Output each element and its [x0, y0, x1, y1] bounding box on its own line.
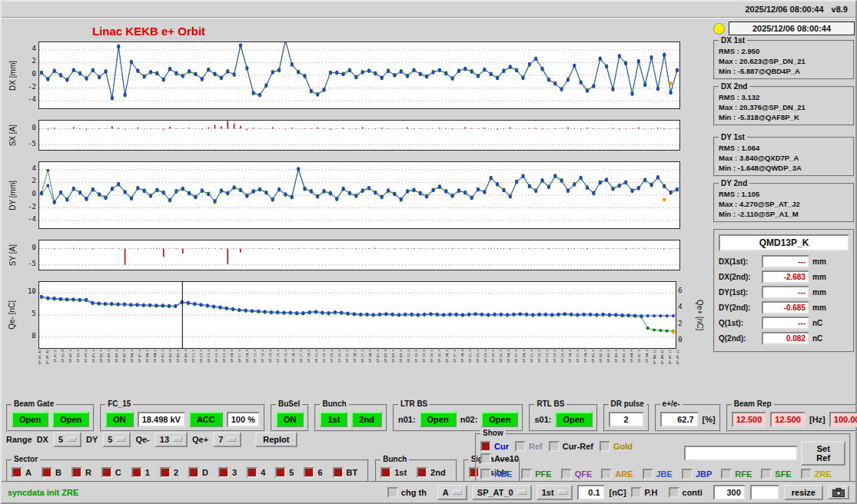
q-right-axis-label: Qe+ [nC]: [693, 281, 706, 349]
show-checkbox-ref[interactable]: Ref: [515, 441, 543, 452]
show-checkbox-are[interactable]: ARE: [601, 469, 633, 479]
bpm-label: SP_35_4: [438, 350, 441, 363]
show-checkbox-cur[interactable]: Cur: [480, 441, 509, 452]
beam-rep-group: Beam Rep 12.500 12.500 [Hz] 100.000 [%]: [726, 404, 857, 432]
sector-checkbox-bt[interactable]: BT: [333, 467, 358, 478]
sx-tick-column: 0-5: [18, 120, 38, 151]
sector-checkbox-b[interactable]: B: [42, 467, 61, 478]
bpm-label: SP_DN_11: [653, 350, 656, 364]
bpm-label: SP_25_4: [346, 350, 349, 363]
dr-pulse-field[interactable]: 2: [609, 412, 644, 427]
ltr-n01-button[interactable]: Open: [420, 412, 457, 427]
sector-select[interactable]: A: [437, 485, 467, 500]
stat-box-dy-2nd: DY 2nd RMS : 1.105 Max : 4.270@SP_AT_J2 …: [713, 183, 855, 223]
checkbox-indicator: [480, 441, 491, 452]
checkbox-label: B: [55, 468, 61, 477]
show-checkbox-rfe[interactable]: RFE: [721, 469, 752, 479]
sector-checkbox-2[interactable]: 2: [160, 467, 178, 478]
bunch-checkbox-1st[interactable]: 1st: [380, 467, 407, 478]
selected-bpm-name[interactable]: QMD13P_K: [719, 234, 849, 251]
interval-field[interactable]: 300: [713, 485, 746, 500]
bpm-label: SP_D4_4: [400, 350, 403, 363]
show-checkbox-gold[interactable]: Gold: [600, 441, 633, 452]
ltr-n02-button[interactable]: Open: [481, 412, 518, 427]
bpm-label: SP_A1_C: [54, 350, 57, 363]
show-checkbox-cur-ref[interactable]: Cur-Ref: [549, 441, 593, 452]
ph-checkbox[interactable]: P.H: [631, 487, 658, 498]
beam-rep-field-2: 12.500: [770, 412, 806, 427]
bpm-label: SP_C8_4: [246, 350, 249, 363]
show-checkbox-sfe[interactable]: SFE: [761, 469, 791, 479]
show-checkbox-jbp[interactable]: JBP: [682, 469, 712, 479]
sy-plot[interactable]: [38, 240, 680, 270]
checkbox-indicator: [101, 467, 112, 478]
resize-button[interactable]: resize: [784, 485, 823, 500]
sector-checkbox-c[interactable]: C: [101, 467, 121, 478]
bpm-label: SP_C4_4: [215, 350, 218, 363]
checkbox-indicator: [218, 467, 229, 478]
charge-plot[interactable]: [38, 281, 676, 349]
range-dy-select[interactable]: 5: [102, 432, 131, 447]
show-checkbox-qfe[interactable]: QFE: [561, 469, 593, 479]
blank-field[interactable]: [750, 485, 779, 500]
checkbox-indicator: [601, 469, 612, 479]
threshold-field[interactable]: 0.1: [577, 485, 605, 500]
bunch-2nd-button[interactable]: 2nd: [351, 412, 382, 427]
sector-checkbox-a[interactable]: A: [12, 467, 32, 478]
bpm-select[interactable]: SP_AT_0: [472, 485, 532, 500]
show-checkbox-jbe[interactable]: JBE: [643, 469, 673, 479]
show-checkbox-kbe[interactable]: KBE: [480, 469, 512, 479]
busel-on-button[interactable]: ON: [276, 412, 304, 427]
beam-controls-row: Beam Gate Open Open FC_15 ON 18.498 kV A…: [6, 400, 851, 432]
bunch-checkbox-2nd[interactable]: 2nd: [417, 467, 446, 478]
chg-th-checkbox[interactable]: chg th: [387, 487, 427, 498]
beam-gate-1-button[interactable]: Open: [12, 412, 48, 427]
bpm-label: SP_17_4: [300, 350, 303, 363]
sector-checkbox-5[interactable]: 5: [275, 467, 294, 478]
range-qem-select[interactable]: 13: [154, 432, 188, 447]
checkbox-indicator: [160, 467, 171, 478]
checkbox-label: 1: [145, 468, 150, 477]
range-dx-select[interactable]: 5: [53, 432, 81, 447]
sx-plot[interactable]: [38, 120, 680, 151]
camera-icon: [832, 488, 845, 497]
dy-plot[interactable]: [38, 161, 680, 229]
sector-checkbox-1[interactable]: 1: [131, 467, 150, 478]
show-checkbox-zre[interactable]: ZRE: [801, 469, 832, 479]
bpm-label: SP_45_4: [500, 350, 503, 363]
bunch-select-group: Bunch 1st2nd: [375, 459, 457, 482]
bpm-label: SP_12_4: [261, 350, 264, 363]
snapshot-button[interactable]: [828, 486, 849, 499]
ref-name-input[interactable]: [684, 446, 798, 461]
sector-checkbox-4[interactable]: 4: [247, 467, 265, 478]
bunch-select[interactable]: 1st: [536, 485, 573, 500]
y-tick-label: 10: [28, 287, 36, 295]
replot-button[interactable]: Replot: [255, 432, 297, 447]
sector-checkbox-6[interactable]: 6: [304, 467, 322, 478]
beam-gate-2-button[interactable]: Open: [52, 412, 89, 427]
checkbox-indicator: [480, 453, 491, 464]
ltr-n01-label: n01:: [398, 415, 416, 424]
bpm-label: SP_53_4: [546, 350, 549, 363]
show-checkbox-ave10[interactable]: Ave10: [480, 453, 519, 464]
bpm-label: SP_27_4: [361, 350, 364, 363]
show-checkbox-pfe[interactable]: PFE: [521, 469, 551, 479]
y-tick-label: 0: [32, 244, 36, 251]
fc15-percent-field: 100 %: [227, 412, 260, 427]
fc15-acc-button[interactable]: ACC: [189, 412, 223, 427]
checkbox-label: JBP: [696, 469, 712, 479]
set-ref-button[interactable]: Set Ref: [801, 441, 845, 466]
bunch-1st-button[interactable]: 1st: [320, 412, 347, 427]
sector-checkbox-3[interactable]: 3: [218, 467, 237, 478]
beam-rep-field-1: 12.500: [732, 412, 767, 427]
rtl-s01-button[interactable]: Open: [555, 412, 592, 427]
conti-checkbox[interactable]: conti: [669, 487, 703, 498]
sector-group: Sector ABRC12D3456BT: [6, 459, 369, 482]
dx-plot[interactable]: [38, 41, 680, 109]
sector-checkbox-r[interactable]: R: [71, 467, 91, 478]
sector-checkbox-d[interactable]: D: [188, 467, 208, 478]
range-qep-select[interactable]: 7: [213, 432, 241, 447]
bpm-label: SP_44_4: [492, 350, 495, 363]
fc15-on-button[interactable]: ON: [105, 412, 134, 427]
bpm-label: SP_B3_4: [108, 350, 111, 363]
